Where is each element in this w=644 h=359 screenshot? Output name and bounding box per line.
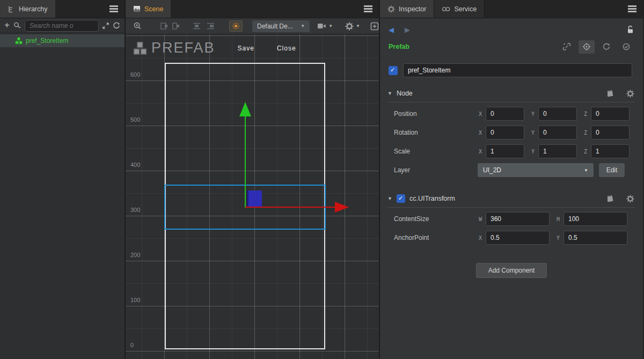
divider	[387, 207, 635, 208]
collapse-arrow-icon[interactable]: ▼	[387, 91, 392, 96]
node-settings-gear-icon[interactable]	[626, 90, 634, 98]
distribute-vertical-icon[interactable]	[206, 22, 215, 30]
rotation-y-input[interactable]	[538, 126, 577, 140]
ruler-label-200: 200	[130, 252, 147, 258]
hierarchy-panel: Hierarchy +	[0, 0, 126, 359]
anchor-point-label: AnchorPoint	[380, 234, 478, 241]
nav-back-icon[interactable]: ◀	[389, 26, 394, 34]
prefab-cubes-icon	[15, 37, 23, 45]
axis-x-label: X	[478, 149, 483, 155]
inspector-gear-icon	[387, 5, 395, 13]
content-size-label: ContentSize	[380, 215, 478, 223]
position-z-input[interactable]	[591, 107, 630, 121]
axis-x-label: X	[478, 130, 483, 136]
prefab-locate-button[interactable]	[579, 40, 595, 54]
collapse-arrow-icon[interactable]: ▼	[387, 196, 392, 201]
search-input[interactable]	[25, 20, 98, 31]
divider	[387, 102, 635, 102]
y-axis-gizmo-arrow[interactable]	[239, 102, 251, 116]
hierarchy-item-pref-storeitem[interactable]: pref_StoreItem	[0, 34, 125, 47]
inspector-menu-icon[interactable]	[628, 5, 636, 12]
lock-open-icon[interactable]	[626, 25, 634, 34]
tab-scene[interactable]: Scene	[126, 0, 171, 18]
position-x-input[interactable]	[486, 107, 524, 121]
prefab-reset-button[interactable]	[598, 40, 614, 54]
layer-value: UI_2D	[483, 166, 501, 174]
help-book-icon[interactable]	[606, 90, 614, 98]
inspector-body: ◀ ▶ Prefab	[380, 18, 643, 359]
tab-inspector[interactable]: Inspector	[380, 0, 434, 18]
scale-row: Scale X Y Z	[380, 144, 630, 158]
anchor-point-row: AnchorPoint X Y	[380, 231, 630, 245]
scene-toolbar: Default De... ▼ ▼ ▼	[126, 18, 379, 34]
content-size-h-input[interactable]	[564, 212, 627, 226]
anchor-point-x-input[interactable]	[486, 231, 550, 245]
axis-w-label: W	[478, 216, 483, 222]
prefab-save-button[interactable]: Save	[238, 45, 254, 52]
content-size-w-input[interactable]	[486, 212, 550, 226]
prefab-apply-button[interactable]	[618, 40, 634, 54]
layout-icon[interactable]	[370, 22, 379, 31]
scale-z-input[interactable]	[591, 144, 630, 158]
scene-settings-gear-icon[interactable]: ▼	[345, 22, 360, 31]
scale-y-input[interactable]	[538, 144, 577, 158]
uitransform-enabled-checkbox[interactable]	[397, 194, 405, 203]
align-right-icon[interactable]	[172, 22, 180, 30]
hierarchy-tab-label: Hierarchy	[19, 5, 48, 13]
uitransform-section-header: ▼ cc.UITransform	[387, 191, 634, 206]
rotation-label: Rotation	[380, 129, 478, 136]
hierarchy-toolbar: +	[0, 18, 125, 33]
tab-service[interactable]: Service	[434, 0, 485, 18]
position-label: Position	[380, 110, 478, 118]
scene-menu-icon[interactable]	[364, 5, 372, 12]
rotation-z-input[interactable]	[591, 126, 630, 140]
add-component-button[interactable]: Add Component	[476, 263, 547, 278]
node-active-checkbox[interactable]	[389, 66, 398, 75]
inspector-tabbar: Inspector Service	[380, 0, 643, 18]
prefab-unlink-button[interactable]	[559, 40, 575, 54]
ruler-label-500: 500	[130, 116, 147, 123]
position-y-input[interactable]	[538, 107, 577, 121]
layer-edit-button[interactable]: Edit	[599, 163, 625, 177]
ruler-label-400: 400	[130, 162, 147, 168]
refresh-icon[interactable]	[113, 22, 120, 30]
rotation-x-input[interactable]	[486, 126, 524, 140]
service-link-icon	[442, 6, 450, 12]
nav-forward-icon[interactable]: ▶	[405, 26, 410, 34]
hierarchy-menu-icon[interactable]	[109, 5, 118, 12]
camera-settings-icon[interactable]: ▼	[317, 23, 333, 30]
prefab-close-button[interactable]: Close	[277, 45, 296, 52]
anchor-gizmo-handle[interactable]	[247, 191, 262, 207]
gizmo-light-toggle-icon[interactable]	[229, 20, 243, 32]
ruler-label-0: 0	[130, 342, 147, 348]
prefab-asset-row: Prefab	[380, 39, 643, 55]
axis-x-label: X	[478, 111, 483, 117]
align-left-icon[interactable]	[160, 22, 169, 30]
create-node-button[interactable]: +	[4, 20, 10, 30]
layer-dropdown[interactable]: UI_2D ▼	[478, 163, 594, 177]
app-window: Hierarchy +	[0, 0, 644, 359]
ruler-label-600: 600	[130, 71, 147, 78]
search-filter-icon[interactable]	[13, 21, 21, 30]
distribute-horizontal-icon[interactable]	[192, 22, 201, 30]
help-book-icon[interactable]	[606, 195, 614, 203]
chevron-down-icon: ▼	[584, 168, 588, 173]
camera-view-value: Default De...	[257, 23, 293, 30]
zoom-tool-icon[interactable]	[133, 21, 142, 31]
anchor-point-y-input[interactable]	[564, 231, 627, 245]
prefab-asset-label: Prefab	[389, 43, 409, 50]
node-name-input[interactable]	[403, 63, 632, 77]
rotation-row: Rotation X Y Z	[380, 126, 630, 140]
x-axis-gizmo-arrow[interactable]	[335, 202, 349, 213]
chevron-down-icon: ▼	[328, 24, 333, 28]
scale-label: Scale	[380, 148, 478, 155]
tab-hierarchy[interactable]: Hierarchy	[0, 0, 55, 18]
expand-collapse-icon[interactable]	[102, 22, 109, 30]
scale-x-input[interactable]	[486, 144, 524, 158]
axis-z-label: Z	[583, 130, 588, 136]
camera-view-dropdown[interactable]: Default De... ▼	[252, 20, 310, 32]
uitransform-settings-gear-icon[interactable]	[626, 195, 634, 203]
prefab-mode-cubes-icon	[133, 41, 147, 55]
scene-panel: Scene	[126, 0, 380, 359]
scene-viewport[interactable]: PREFAB Save Close 600 500 400 300 200 10…	[126, 34, 379, 359]
